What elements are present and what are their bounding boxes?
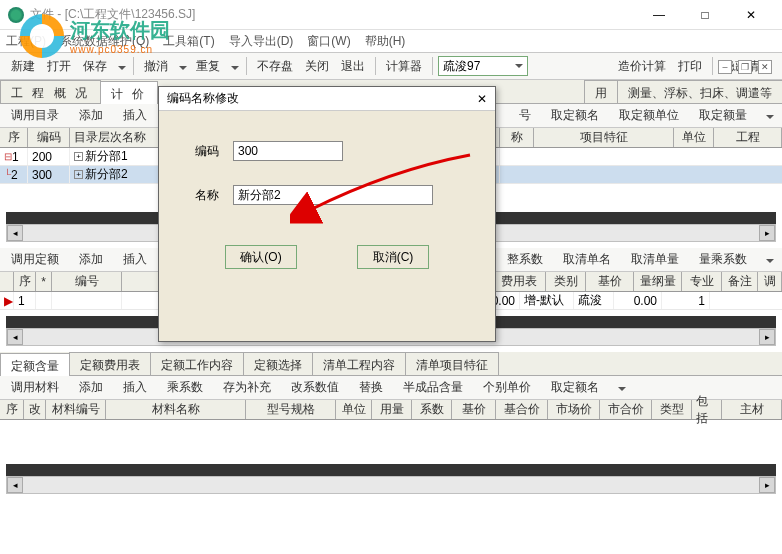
code-input[interactable]	[233, 141, 343, 161]
scroll-right-icon[interactable]: ▸	[759, 225, 775, 241]
col-seq[interactable]: 序	[14, 272, 36, 291]
minimize-button[interactable]: —	[636, 0, 682, 30]
tab-pricing[interactable]: 计 价	[100, 81, 158, 104]
mul-factor-button[interactable]: 乘系数	[162, 377, 208, 398]
redo-dropdown-icon[interactable]	[227, 61, 241, 72]
col-name-suffix[interactable]: 称	[500, 128, 534, 147]
close-button[interactable]: ✕	[728, 0, 774, 30]
tab-quota-fee[interactable]: 定额费用表	[69, 352, 151, 375]
toolbar-overflow-icon[interactable]	[762, 110, 776, 121]
mdi-close-button[interactable]: ✕	[758, 60, 772, 74]
tab-list-content[interactable]: 清单工程内容	[312, 352, 406, 375]
quota-unit-button[interactable]: 取定额单位	[614, 105, 684, 126]
load-catalog-button[interactable]: 调用目录	[6, 105, 64, 126]
col-num[interactable]: 号	[514, 105, 536, 126]
close-file-button[interactable]: 关闭	[300, 56, 334, 77]
scroll-left-icon[interactable]: ◂	[7, 477, 23, 493]
col-qty[interactable]: 用量	[372, 400, 412, 419]
quota-qty-button[interactable]: 取定额量	[694, 105, 752, 126]
menu-project[interactable]: 工程(P)	[6, 33, 46, 50]
quota-add-button[interactable]: 添加	[74, 249, 108, 270]
save-dropdown-icon[interactable]	[114, 61, 128, 72]
tab-survey[interactable]: 测量、浮标、扫床、调遣等	[617, 80, 782, 103]
scroll-right-icon[interactable]: ▸	[759, 329, 775, 345]
toolbar-overflow-icon[interactable]	[762, 254, 776, 265]
ok-button[interactable]: 确认(O)	[225, 245, 297, 269]
col-feature[interactable]: 项目特征	[534, 128, 674, 147]
catalog-insert-button[interactable]: 插入	[118, 105, 152, 126]
h-scrollbar-3[interactable]: ◂ ▸	[6, 476, 776, 494]
exit-button[interactable]: 退出	[336, 56, 370, 77]
load-material-button[interactable]: 调用材料	[6, 377, 64, 398]
col-matcode[interactable]: 材料编号	[46, 400, 106, 419]
menu-window[interactable]: 窗口(W)	[307, 33, 350, 50]
list-name-button[interactable]: 取清单名	[558, 249, 616, 270]
list-qty-button[interactable]: 取清单量	[626, 249, 684, 270]
mdi-min-button[interactable]: –	[718, 60, 732, 74]
redo-button[interactable]: 重复	[191, 56, 225, 77]
tab-overview[interactable]: 工 程 概 况	[0, 80, 101, 103]
col-main[interactable]: 主材	[722, 400, 782, 419]
tab-quota-select[interactable]: 定额选择	[243, 352, 313, 375]
splitter-bar[interactable]	[6, 464, 776, 476]
get-quota-name-button[interactable]: 取定额名	[546, 377, 604, 398]
scroll-left-icon[interactable]: ◂	[7, 225, 23, 241]
tab-list-feature[interactable]: 清单项目特征	[405, 352, 499, 375]
col-adj[interactable]: 调	[758, 272, 782, 291]
scroll-right-icon[interactable]: ▸	[759, 477, 775, 493]
col-note[interactable]: 备注	[722, 272, 758, 291]
col-market[interactable]: 市场价	[548, 400, 600, 419]
undo-button[interactable]: 撤消	[139, 56, 173, 77]
col-base[interactable]: 基价	[452, 400, 496, 419]
col-spec[interactable]: 型号规格	[246, 400, 336, 419]
nosave-button[interactable]: 不存盘	[252, 56, 298, 77]
save-supplement-button[interactable]: 存为补充	[218, 377, 276, 398]
new-button[interactable]: 新建	[6, 56, 40, 77]
col-incl[interactable]: 包括	[692, 400, 722, 419]
mul-factor-button[interactable]: 量乘系数	[694, 249, 752, 270]
col-combined[interactable]: 基合价	[496, 400, 548, 419]
mdi-restore-button[interactable]: ❐	[738, 60, 752, 74]
col-seq[interactable]: 序	[0, 128, 28, 147]
dialog-close-icon[interactable]: ✕	[477, 92, 487, 106]
material-insert-button[interactable]: 插入	[118, 377, 152, 398]
save-button[interactable]: 保存	[78, 56, 112, 77]
semi-product-button[interactable]: 半成品含量	[398, 377, 468, 398]
menu-system[interactable]: 系统数据维护(Q)	[60, 33, 149, 50]
col-seq[interactable]: 序	[0, 400, 24, 419]
toolbar-overflow-icon[interactable]	[614, 382, 628, 393]
tab-quota-work[interactable]: 定额工作内容	[150, 352, 244, 375]
col-matname[interactable]: 材料名称	[106, 400, 246, 419]
col-class[interactable]: 类别	[546, 272, 586, 291]
menu-import[interactable]: 导入导出(D)	[229, 33, 294, 50]
dialog-titlebar[interactable]: 编码名称修改 ✕	[159, 87, 495, 111]
col-code[interactable]: 编码	[28, 128, 70, 147]
material-grid-body[interactable]	[0, 420, 782, 460]
adj-factor-button[interactable]: 整系数	[502, 249, 548, 270]
open-button[interactable]: 打开	[42, 56, 76, 77]
col-class[interactable]: 类型	[652, 400, 692, 419]
name-input[interactable]	[233, 185, 433, 205]
col-feetable[interactable]: 费用表	[492, 272, 546, 291]
col-star[interactable]: *	[36, 272, 52, 291]
col-mod[interactable]: 改	[24, 400, 46, 419]
menu-toolbox[interactable]: 工具箱(T)	[163, 33, 214, 50]
col-factor[interactable]: 系数	[412, 400, 452, 419]
maximize-button[interactable]: □	[682, 0, 728, 30]
scroll-left-icon[interactable]: ◂	[7, 329, 23, 345]
individual-price-button[interactable]: 个别单价	[478, 377, 536, 398]
col-mktcomb[interactable]: 市合价	[600, 400, 652, 419]
change-factor-button[interactable]: 改系数值	[286, 377, 344, 398]
col-net[interactable]: 量纲量	[634, 272, 682, 291]
calculator-button[interactable]: 计算器	[381, 56, 427, 77]
material-add-button[interactable]: 添加	[74, 377, 108, 398]
tab-quota-content[interactable]: 定额含量	[0, 353, 70, 376]
catalog-add-button[interactable]: 添加	[74, 105, 108, 126]
col-unit[interactable]: 单位	[336, 400, 372, 419]
col-base[interactable]: 基价	[586, 272, 634, 291]
load-quota-button[interactable]: 调用定额	[6, 249, 64, 270]
print-button[interactable]: 打印	[673, 56, 707, 77]
tab-use[interactable]: 用	[584, 80, 618, 103]
undo-dropdown-icon[interactable]	[175, 61, 189, 72]
col-unit[interactable]: 单位	[674, 128, 714, 147]
